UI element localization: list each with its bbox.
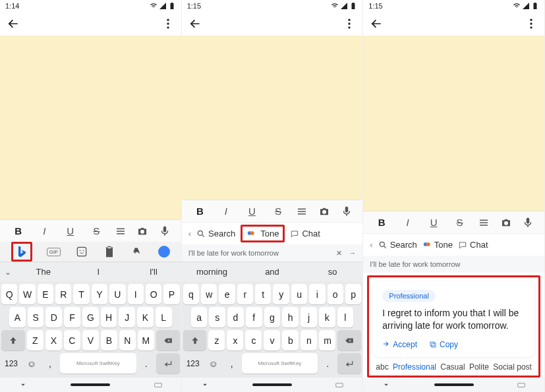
translate-icon[interactable] — [130, 245, 144, 258]
key-n[interactable]: N — [119, 330, 136, 350]
enter-key[interactable] — [337, 353, 361, 374]
key-a[interactable]: A — [9, 307, 26, 327]
key-e[interactable]: E — [38, 284, 53, 304]
home-pill[interactable] — [252, 383, 292, 386]
list-icon[interactable] — [478, 217, 490, 229]
key-d[interactable]: d — [227, 307, 244, 327]
note-body[interactable] — [0, 36, 181, 219]
suggestion-3[interactable]: so — [302, 267, 363, 277]
mic-icon[interactable] — [341, 206, 353, 217]
back-button[interactable] — [7, 17, 20, 30]
key-w[interactable]: W — [19, 284, 35, 304]
period-key[interactable]: . — [138, 353, 154, 374]
camera-icon[interactable] — [500, 217, 512, 229]
more-button[interactable] — [343, 17, 356, 30]
comma-key[interactable]: , — [42, 353, 58, 374]
gif-button[interactable]: GIF — [47, 248, 61, 256]
key-o[interactable]: o — [328, 284, 343, 304]
backspace-key[interactable] — [156, 330, 180, 350]
key-b[interactable]: B — [101, 330, 117, 350]
strike-button[interactable]: S — [270, 206, 286, 217]
bold-button[interactable]: B — [192, 206, 208, 217]
more-button[interactable] — [161, 17, 175, 30]
bing-icon[interactable] — [15, 245, 28, 258]
key-h[interactable]: H — [101, 307, 117, 327]
key-y[interactable]: y — [273, 284, 289, 304]
key-t[interactable]: t — [255, 284, 271, 304]
key-m[interactable]: m — [319, 330, 335, 350]
sticker-icon[interactable] — [75, 245, 88, 258]
key-q[interactable]: Q — [1, 284, 17, 304]
note-body[interactable] — [182, 36, 363, 200]
nav-down-icon[interactable] — [200, 380, 210, 389]
bing-back-icon[interactable]: ‹ — [188, 229, 191, 238]
key-z[interactable]: z — [208, 330, 225, 350]
key-p[interactable]: p — [345, 284, 361, 304]
key-a[interactable]: a — [191, 307, 208, 327]
keyboard-switch-icon[interactable] — [154, 380, 163, 389]
back-button[interactable] — [188, 17, 202, 30]
key-r[interactable]: R — [55, 284, 71, 304]
key-x[interactable]: x — [227, 330, 243, 350]
emoji-key[interactable]: ☺ — [205, 353, 222, 374]
submit-arrow-icon[interactable]: → — [349, 249, 356, 257]
italic-button[interactable]: I — [218, 206, 234, 217]
key-i[interactable]: I — [128, 284, 144, 304]
nav-down-icon[interactable] — [382, 380, 391, 389]
tab-abc[interactable]: abc — [376, 362, 388, 372]
key-p[interactable]: P — [163, 284, 179, 304]
keyboard-switch-icon[interactable] — [335, 380, 344, 389]
key-l[interactable]: L — [156, 307, 172, 327]
numeric-key[interactable]: 123 — [1, 353, 21, 374]
camera-icon[interactable] — [318, 206, 330, 217]
key-u[interactable]: U — [109, 284, 125, 304]
key-x[interactable]: X — [45, 330, 62, 350]
underline-button[interactable]: U — [244, 206, 260, 217]
key-v[interactable]: V — [82, 330, 99, 350]
key-i[interactable]: i — [309, 284, 325, 304]
key-r[interactable]: r — [237, 284, 253, 304]
search-mode[interactable]: Search — [378, 240, 417, 250]
italic-button[interactable]: I — [36, 225, 52, 237]
bold-button[interactable]: B — [374, 217, 389, 228]
tab-casual[interactable]: Casual — [440, 362, 465, 372]
strike-button[interactable]: S — [88, 225, 104, 237]
mic-icon[interactable] — [159, 225, 171, 237]
clear-icon[interactable]: ✕ — [336, 249, 342, 258]
key-t[interactable]: T — [73, 284, 89, 304]
key-n[interactable]: n — [301, 330, 317, 350]
key-f[interactable]: f — [246, 307, 262, 327]
copy-button[interactable]: Copy — [429, 340, 458, 349]
key-d[interactable]: D — [45, 307, 62, 327]
numeric-key[interactable]: 123 — [183, 353, 203, 374]
key-o[interactable]: O — [146, 284, 161, 304]
key-y[interactable]: Y — [92, 284, 107, 304]
emoji-key[interactable]: ☺ — [23, 353, 40, 374]
underline-button[interactable]: U — [426, 217, 442, 228]
underline-button[interactable]: U — [63, 225, 78, 237]
tone-icon[interactable] — [246, 229, 256, 238]
suggestion-1[interactable]: The — [16, 267, 71, 277]
home-pill[interactable] — [434, 383, 474, 386]
key-w[interactable]: w — [201, 284, 217, 304]
list-icon[interactable] — [296, 206, 308, 217]
list-icon[interactable] — [115, 225, 127, 237]
key-c[interactable]: C — [64, 330, 80, 350]
nav-down-icon[interactable] — [18, 380, 28, 389]
bold-button[interactable]: B — [11, 225, 26, 237]
back-button[interactable] — [370, 17, 383, 30]
key-l[interactable]: l — [337, 307, 354, 327]
keyboard-switch-icon[interactable] — [517, 380, 526, 389]
tone-mode[interactable]: Tone — [260, 229, 279, 238]
key-z[interactable]: Z — [27, 330, 43, 350]
suggestion-2[interactable]: and — [242, 267, 302, 277]
key-g[interactable]: g — [264, 307, 281, 327]
search-mode[interactable]: Search — [196, 229, 235, 238]
mic-icon[interactable] — [522, 217, 534, 229]
chat-mode[interactable]: Chat — [458, 240, 488, 250]
space-key[interactable]: Microsoft SwiftKey — [242, 353, 318, 374]
clipboard-icon[interactable] — [103, 245, 116, 258]
camera-icon[interactable] — [136, 225, 148, 237]
enter-key[interactable] — [156, 353, 180, 374]
suggestion-2[interactable]: I — [71, 267, 127, 277]
